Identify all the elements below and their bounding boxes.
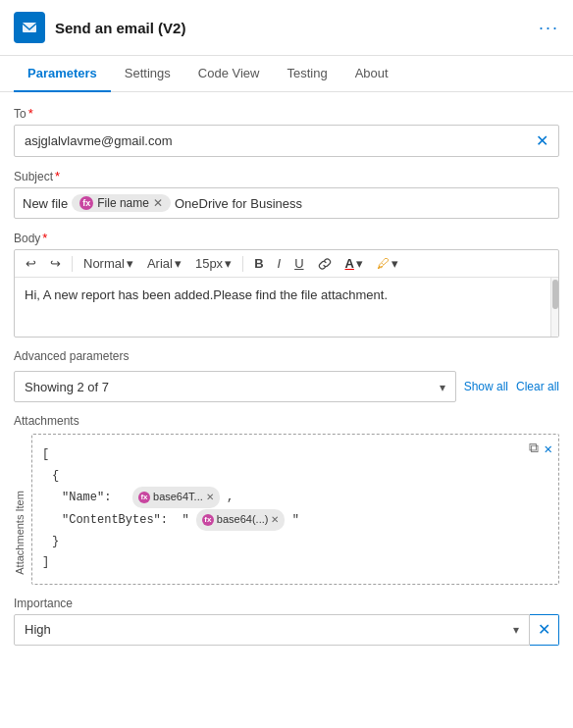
tab-testing[interactable]: Testing: [273, 56, 340, 92]
font-color-button[interactable]: A ▾: [340, 254, 368, 273]
body-content[interactable]: Hi, A new report has been added.Please f…: [15, 278, 558, 337]
to-required-marker: *: [28, 106, 33, 121]
bold-button[interactable]: B: [249, 254, 268, 273]
more-options-button[interactable]: ···: [539, 18, 559, 38]
attachments-copy-button[interactable]: ⧉: [529, 441, 539, 457]
undo-button[interactable]: ↩: [21, 254, 41, 273]
content-chip-icon: fx: [202, 514, 214, 526]
json-bracket-close: ]: [42, 552, 548, 574]
importance-close-button[interactable]: ✕: [530, 614, 559, 646]
body-required-marker: *: [42, 231, 47, 245]
body-label: Body *: [14, 231, 559, 245]
redo-button[interactable]: ↪: [45, 254, 66, 273]
chip-close-button[interactable]: ✕: [153, 196, 163, 210]
subject-required-marker: *: [55, 169, 60, 183]
subject-field-container[interactable]: New file fx File name ✕ OneDrive for Bus…: [14, 187, 559, 219]
name-chip: fx base64T... ✕: [132, 487, 220, 508]
svg-rect-1: [23, 23, 36, 32]
attachments-side-label: Attachments Item: [14, 434, 26, 585]
importance-row: High ✕: [14, 614, 559, 646]
content-area: To * ✕ Subject * New file fx File name ✕…: [0, 92, 573, 663]
importance-close-icon: ✕: [538, 620, 550, 639]
subject-chip: fx File name ✕: [72, 194, 171, 212]
size-dropdown[interactable]: 15px ▾: [190, 254, 236, 273]
importance-label: Importance: [14, 597, 559, 610]
json-content-line: "ContentBytes": " fx base64(...) ✕ ": [42, 509, 548, 532]
attachments-wrapper: Attachments Item ⧉ ✕ [ { "Name": fx base…: [14, 434, 559, 585]
json-brace-open: {: [42, 466, 548, 488]
header-left: Send an email (V2): [14, 12, 185, 43]
json-brace-close: }: [42, 532, 548, 553]
editor-toolbar: ↩ ↪ Normal ▾ Arial ▾ 15px ▾ B I U: [15, 250, 558, 278]
font-dropdown[interactable]: Arial ▾: [142, 254, 186, 273]
italic-button[interactable]: I: [273, 254, 286, 273]
attachments-box[interactable]: ⧉ ✕ [ { "Name": fx base64T... ✕ , "Conte…: [31, 434, 559, 585]
scrollbar-thumb: [552, 280, 558, 309]
showing-chevron: [440, 380, 445, 394]
body-editor[interactable]: ↩ ↪ Normal ▾ Arial ▾ 15px ▾ B I U: [14, 249, 559, 338]
highlight-button[interactable]: 🖊 ▾: [372, 254, 403, 273]
clear-all-button[interactable]: Clear all: [516, 380, 559, 393]
importance-value: High: [25, 622, 51, 637]
advanced-parameters-label: Advanced parameters: [14, 349, 559, 363]
attachments-close-button[interactable]: ✕: [545, 441, 552, 457]
tab-parameters[interactable]: Parameters: [14, 56, 111, 92]
showing-label: Showing 2 of 7: [25, 380, 109, 394]
underline-button[interactable]: U: [289, 254, 308, 273]
email-icon: [14, 12, 45, 43]
page-title: Send an email (V2): [55, 20, 185, 36]
tab-bar: Parameters Settings Code View Testing Ab…: [0, 56, 573, 92]
subject-label: Subject *: [14, 169, 559, 183]
name-chip-close[interactable]: ✕: [206, 489, 214, 506]
content-chip-label: base64(...): [217, 510, 269, 530]
toolbar-divider-1: [72, 256, 73, 272]
attachments-label: Attachments: [14, 414, 559, 428]
content-chip: fx base64(...) ✕: [196, 509, 286, 531]
importance-select[interactable]: High: [14, 614, 530, 646]
show-all-button[interactable]: Show all: [464, 380, 508, 393]
to-clear-button[interactable]: ✕: [536, 131, 548, 150]
name-chip-icon: fx: [138, 492, 150, 503]
subject-suffix: OneDrive for Business: [175, 196, 302, 211]
tab-about[interactable]: About: [341, 56, 402, 92]
link-button[interactable]: [313, 255, 337, 273]
content-chip-close[interactable]: ✕: [271, 511, 279, 529]
style-dropdown[interactable]: Normal ▾: [78, 254, 138, 273]
json-name-line: "Name": fx base64T... ✕ ,: [42, 487, 548, 509]
editor-scrollbar[interactable]: [550, 278, 558, 337]
subject-prefix: New file: [23, 196, 68, 211]
tab-settings[interactable]: Settings: [111, 56, 184, 92]
toolbar-divider-2: [242, 256, 243, 272]
attachments-actions: ⧉ ✕: [529, 441, 552, 457]
to-input[interactable]: [25, 133, 536, 148]
json-bracket-open: [: [42, 444, 548, 466]
importance-chevron: [513, 622, 519, 637]
showing-dropdown[interactable]: Showing 2 of 7: [14, 371, 456, 402]
tab-code-view[interactable]: Code View: [184, 56, 274, 92]
header: Send an email (V2) ···: [0, 0, 573, 56]
chip-fx-icon: fx: [79, 196, 93, 210]
advanced-parameters-row: Showing 2 of 7 Show all Clear all: [14, 371, 559, 402]
to-field-container[interactable]: ✕: [14, 125, 559, 157]
name-chip-label: base64T...: [153, 488, 203, 507]
to-label: To *: [14, 106, 559, 121]
chip-file-name: File name: [97, 196, 149, 210]
